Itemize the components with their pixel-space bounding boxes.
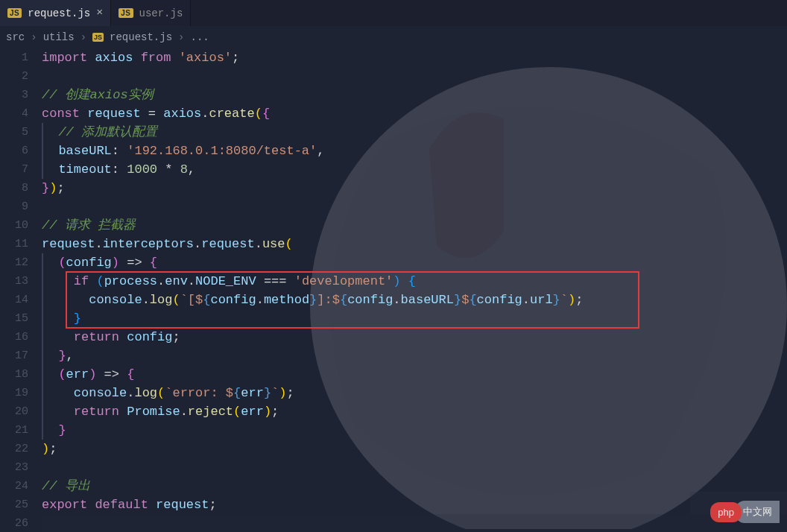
token-pun: ;: [57, 181, 64, 195]
token-pun: ;: [49, 442, 57, 456]
breadcrumb-segment[interactable]: utils: [43, 31, 75, 43]
token-brp: }: [58, 423, 66, 437]
token-func: log: [150, 293, 173, 307]
code-line[interactable]: // 创建axios实例: [42, 86, 787, 104]
breadcrumb-tail[interactable]: ...: [190, 31, 209, 43]
token-brb: (: [96, 274, 104, 288]
token-var: config: [127, 330, 172, 344]
code-line[interactable]: timeout: 1000 * 8,: [42, 160, 787, 179]
token-pun: ,: [317, 144, 324, 158]
token-op: *: [157, 162, 180, 177]
token-str: $: [461, 293, 469, 307]
token-var: request: [87, 107, 140, 121]
token-prop: request: [201, 237, 254, 251]
token-op: =: [141, 107, 164, 121]
code-line[interactable]: [42, 67, 787, 86]
token-tmpl: {: [469, 293, 476, 307]
line-number: 9: [0, 197, 28, 216]
token-bry: (: [172, 293, 180, 307]
token-pun: .: [95, 237, 102, 251]
token-brb: }: [74, 311, 81, 326]
code-line[interactable]: // 请求 拦截器: [42, 216, 787, 235]
token-pun: .: [522, 293, 530, 307]
code-line[interactable]: return Promise.reject(err);: [42, 402, 787, 421]
code-line[interactable]: request.interceptors.request.use(: [42, 235, 787, 253]
token-op: [43, 293, 89, 307]
token-op: [43, 386, 74, 400]
token-prop: method: [264, 293, 309, 307]
line-number: 20: [0, 402, 28, 421]
code-line[interactable]: [42, 514, 787, 532]
token-var: Promise: [127, 405, 180, 419]
chevron-right-icon: ›: [31, 31, 37, 43]
token-var: err: [241, 405, 264, 419]
code-line[interactable]: export default request;: [42, 495, 787, 514]
token-op: [43, 330, 74, 344]
code-line[interactable]: console.log(`[${config.method}]:${config…: [42, 291, 787, 309]
token-kw: return: [74, 330, 119, 344]
token-var: config: [347, 293, 393, 307]
line-number: 26: [0, 514, 28, 532]
code-line[interactable]: if (process.env.NODE_ENV === 'developmen…: [42, 272, 787, 291]
token-prop: baseURL: [58, 144, 111, 158]
token-pun: :: [112, 144, 127, 158]
token-brp: {: [150, 256, 157, 270]
tab-user-js[interactable]: JS user.js: [111, 0, 191, 26]
code-line[interactable]: [42, 197, 787, 216]
code-line[interactable]: console.log(`error: ${err}`);: [42, 384, 787, 402]
chevron-right-icon: ›: [80, 31, 86, 43]
breadcrumb-segment[interactable]: src: [6, 31, 25, 43]
token-pun: ;: [575, 293, 583, 307]
code-line[interactable]: }: [42, 421, 787, 440]
token-str: `: [560, 293, 568, 307]
code-line[interactable]: [42, 458, 787, 477]
code-line[interactable]: baseURL: '192.168.0.1:8080/test-a',: [42, 142, 787, 160]
code-line[interactable]: (err) => {: [42, 365, 787, 384]
code-line[interactable]: (config) => {: [42, 253, 787, 272]
js-icon: JS: [7, 8, 22, 18]
watermark: php 中文网: [710, 501, 780, 523]
token-func: log: [134, 386, 157, 400]
token-brp: }: [58, 349, 66, 363]
token-str: `[$: [180, 293, 203, 307]
chevron-right-icon: ›: [178, 31, 184, 43]
breadcrumb-file[interactable]: request.js: [110, 31, 172, 43]
token-pun: .: [157, 274, 165, 288]
token-tmpl: }: [553, 293, 560, 307]
code-line[interactable]: const request = axios.create({: [42, 104, 787, 123]
line-number: 17: [0, 346, 28, 365]
token-bry: (: [157, 386, 165, 400]
token-str: `: [271, 386, 279, 400]
token-bry: (: [233, 405, 241, 419]
token-cmt: // 请求 拦截器: [42, 218, 136, 232]
token-op: ===: [256, 274, 294, 288]
line-number: 12: [0, 253, 28, 272]
line-number: 4: [0, 104, 28, 123]
line-number: 7: [0, 160, 28, 179]
code-line[interactable]: return config;: [42, 328, 787, 346]
tab-request-js[interactable]: JS request.js ×: [0, 0, 111, 26]
token-brp: ): [112, 256, 119, 270]
token-op: [43, 144, 58, 158]
line-number: 2: [0, 67, 28, 86]
code-line[interactable]: // 添加默认配置: [42, 123, 787, 142]
token-brp: ): [89, 367, 96, 381]
line-number: 13: [0, 272, 28, 291]
token-var: console: [89, 293, 142, 307]
close-icon[interactable]: ×: [96, 7, 103, 19]
code-line[interactable]: import axios from 'axios';: [42, 48, 787, 67]
token-var: request: [42, 237, 95, 251]
line-number: 24: [0, 477, 28, 495]
code-area[interactable]: import axios from 'axios';// 创建axios实例co…: [42, 48, 787, 532]
token-str: 'axios': [179, 51, 232, 65]
token-prop: timeout: [58, 162, 111, 177]
token-op: [171, 51, 178, 65]
code-line[interactable]: }: [42, 309, 787, 328]
token-op: [43, 162, 58, 177]
code-editor[interactable]: 1234567891011121314151617181920212223242…: [0, 48, 787, 532]
code-line[interactable]: // 导出: [42, 477, 787, 495]
code-line[interactable]: },: [42, 346, 787, 365]
code-line[interactable]: );: [42, 440, 787, 458]
token-str: 'development': [294, 274, 394, 288]
code-line[interactable]: });: [42, 179, 787, 197]
